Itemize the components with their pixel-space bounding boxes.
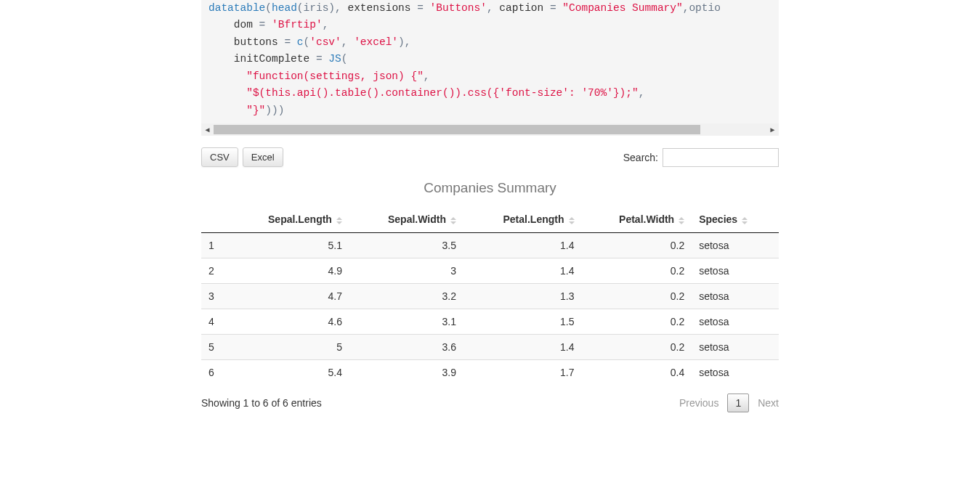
cell: 3.6 [349,335,463,360]
cell: 4.6 [227,309,349,335]
table-row: 34.73.21.30.2setosa [201,284,779,309]
cell: 0.2 [582,233,692,258]
scroll-left-icon[interactable]: ◄ [201,123,214,136]
cell: 1.4 [463,233,582,258]
row-index: 5 [201,335,227,360]
cell: 4.9 [227,258,349,284]
table-row: 15.13.51.40.2setosa [201,233,779,258]
search-label: Search: [623,152,658,163]
cell: 1.7 [463,360,582,386]
column-header-index[interactable] [201,206,227,233]
scroll-right-icon[interactable]: ► [766,123,779,136]
column-header-petal-length[interactable]: Petal.Length [463,206,582,233]
cell: setosa [692,284,779,309]
previous-button[interactable]: Previous [679,397,718,409]
csv-button[interactable]: CSV [201,147,238,167]
cell: 0.2 [582,335,692,360]
cell: setosa [692,233,779,258]
sort-icon [569,217,575,224]
table-row: 44.63.11.50.2setosa [201,309,779,335]
row-index: 2 [201,258,227,284]
cell: 0.2 [582,284,692,309]
page-button-1[interactable]: 1 [727,394,749,412]
cell: 5.1 [227,233,349,258]
cell: setosa [692,258,779,284]
cell: 3.1 [349,309,463,335]
cell: 1.5 [463,309,582,335]
cell: 1.4 [463,258,582,284]
cell: 3.5 [349,233,463,258]
cell: setosa [692,335,779,360]
cell: 4.7 [227,284,349,309]
cell: 5.4 [227,360,349,386]
table-row: 65.43.91.70.4setosa [201,360,779,386]
cell: setosa [692,360,779,386]
cell: 1.3 [463,284,582,309]
row-index: 3 [201,284,227,309]
horizontal-scrollbar[interactable]: ◄ ► [201,123,779,136]
data-table: Sepal.Length Sepal.Width Petal.Length Pe… [201,206,779,385]
column-header-sepal-width[interactable]: Sepal.Width [349,206,463,233]
table-row: 553.61.40.2setosa [201,335,779,360]
cell: 0.4 [582,360,692,386]
cell: 3.2 [349,284,463,309]
sort-icon [742,217,748,224]
code-block: datatable(head(iris), extensions = 'Butt… [201,0,779,123]
scrollbar-thumb[interactable] [214,125,700,134]
cell: 5 [227,335,349,360]
table-row: 24.931.40.2setosa [201,258,779,284]
sort-icon [336,217,342,224]
cell: 3.9 [349,360,463,386]
cell: 3 [349,258,463,284]
cell: setosa [692,309,779,335]
cell: 0.2 [582,258,692,284]
table-caption: Companies Summary [201,180,779,196]
column-header-petal-width[interactable]: Petal.Width [582,206,692,233]
entries-info: Showing 1 to 6 of 6 entries [201,397,322,409]
excel-button[interactable]: Excel [243,147,283,167]
row-index: 6 [201,360,227,386]
column-header-species[interactable]: Species [692,206,779,233]
cell: 0.2 [582,309,692,335]
sort-icon [679,217,684,224]
search-input[interactable] [663,148,779,167]
next-button[interactable]: Next [758,397,779,409]
row-index: 4 [201,309,227,335]
row-index: 1 [201,233,227,258]
cell: 1.4 [463,335,582,360]
sort-icon [450,217,456,224]
column-header-sepal-length[interactable]: Sepal.Length [227,206,349,233]
